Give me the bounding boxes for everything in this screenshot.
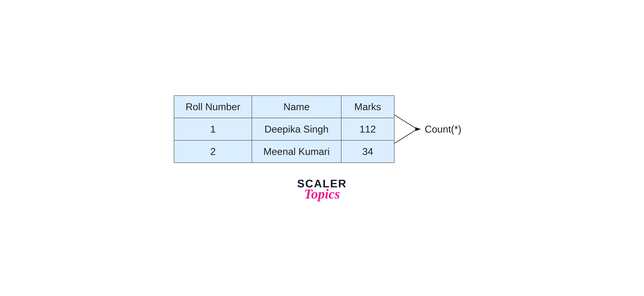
svg-marker-2 — [415, 127, 421, 131]
annotation-area: Count(*) — [394, 101, 470, 158]
table-annotation-wrapper: Roll Number Name Marks 1 Deepika Singh 1… — [174, 95, 470, 163]
cell-roll-2: 2 — [174, 140, 252, 163]
count-label: Count(*) — [425, 123, 462, 135]
data-table: Roll Number Name Marks 1 Deepika Singh 1… — [174, 95, 394, 163]
cell-name-2: Meenal Kumari — [252, 140, 341, 163]
table-row: 2 Meenal Kumari 34 — [174, 140, 394, 163]
scaler-logo: SCALER Topics — [297, 178, 347, 201]
col-header-name: Name — [252, 96, 341, 118]
svg-line-1 — [394, 129, 417, 143]
cell-name-1: Deepika Singh — [252, 118, 341, 140]
cell-marks-2: 34 — [341, 140, 394, 163]
main-container: Roll Number Name Marks 1 Deepika Singh 1… — [174, 95, 470, 201]
cell-marks-1: 112 — [341, 118, 394, 140]
annotation-lines-svg — [394, 101, 428, 158]
col-header-marks: Marks — [341, 96, 394, 118]
cell-roll-1: 1 — [174, 118, 252, 140]
table-row: 1 Deepika Singh 112 — [174, 118, 394, 140]
col-header-roll: Roll Number — [174, 96, 252, 118]
topics-brand-text: Topics — [304, 187, 340, 201]
svg-line-0 — [394, 115, 417, 129]
